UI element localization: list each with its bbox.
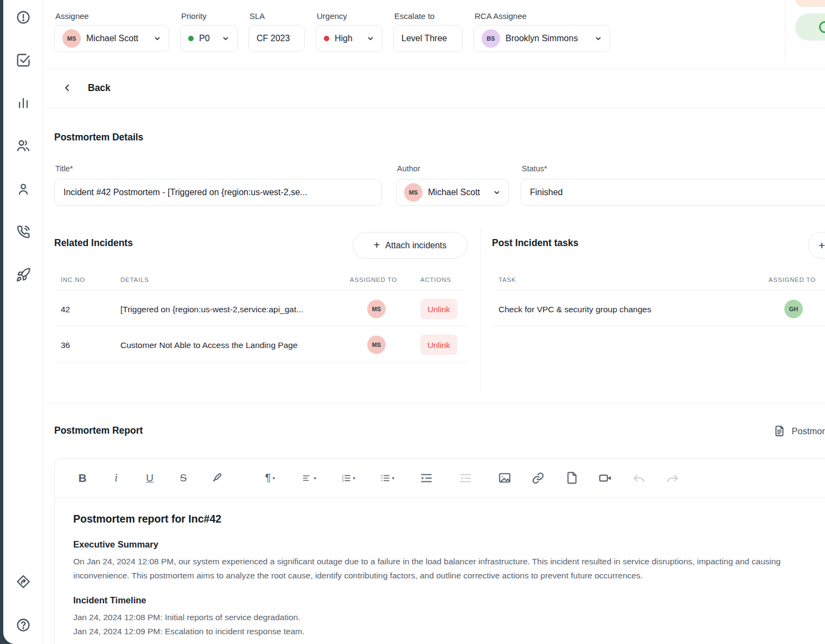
paragraph-style-dropdown[interactable]: ¶▾ [263,471,277,485]
getting-started-rocket-icon[interactable] [15,267,31,283]
back-chevron-icon[interactable] [62,82,73,95]
app-window: Assignee MS Michael Scott Priority P0 [3,0,825,644]
row-divider [492,326,825,326]
underline-icon[interactable]: U [143,471,157,485]
rca-assignee-field: RCA Assignee BS Brooklyn Simmons [474,11,610,52]
tasks-check-square-icon[interactable] [15,52,31,68]
insert-image-icon[interactable] [497,471,511,485]
timeline-entry: Jan 24, 2024 12:08 PM: Initial reports o… [73,610,811,624]
incidents-alert-circle-icon[interactable] [15,9,31,25]
incident-attributes-bar: Assignee MS Michael Scott Priority P0 [43,0,825,69]
insert-file-icon[interactable] [565,471,579,485]
unlink-button[interactable]: Unlink [420,299,457,319]
priority-field: Priority P0 [180,11,238,52]
chevron-down-icon [594,35,602,42]
title-input[interactable] [54,179,382,206]
assignee-select[interactable]: MS Michael Scott [54,25,169,52]
status-ring-icon [819,21,825,33]
editor-toolbar: B i U S ¶▾ ▾ 123▾ ▾ [55,459,825,498]
editor-content[interactable]: Postmortem report for Inc#42 Executive S… [55,498,825,639]
avatar: MS [62,29,81,48]
post-incident-tasks-heading: Post Incident tasks [492,237,579,249]
bold-icon[interactable]: B [75,471,89,485]
related-incidents-heading: Related Incidents [54,237,133,249]
col-assigned-to: ASSIGNED TO [350,276,397,283]
row-divider [54,362,468,363]
postmortem-template-link[interactable]: Postmor [773,425,825,437]
attach-incidents-button[interactable]: + Attach incidents [353,232,468,259]
timeline-entry: Jan 24, 2024 12:09 PM: Escalation to inc… [73,624,811,639]
back-row: Back [43,69,825,108]
outdent-icon[interactable] [458,471,472,485]
product-tour-signpost-icon[interactable] [15,574,31,590]
urgency-field: Urgency High [316,11,382,52]
postmortem-report-heading: Postmortem Report [54,425,143,436]
col-inc-no: INC.NO [61,276,85,283]
unlink-button[interactable]: Unlink [420,334,457,355]
align-dropdown[interactable]: ▾ [302,471,316,485]
analytics-bar-chart-icon[interactable] [15,95,31,111]
call-routing-phone-icon[interactable] [15,224,31,240]
partial-pill-green[interactable] [795,14,825,41]
caret-down-icon: ▾ [353,475,355,481]
exec-summary-heading: Executive Summary [73,539,811,550]
indent-icon[interactable] [419,471,433,485]
users-user-icon[interactable] [15,181,31,197]
teams-users-icon[interactable] [15,138,31,154]
author-value: Michael Scott [428,188,480,197]
template-label: Postmor [792,426,825,436]
col-assigned-to: ASSIGNED TO [769,276,816,283]
postmortem-details-heading: Postmortem Details [54,132,143,143]
escalate-value-box[interactable]: Level Three [393,25,463,52]
insert-video-icon[interactable] [598,471,612,485]
avatar: MS [367,300,386,318]
details-cell: [Triggered on {region:us-west-2,service:… [120,305,303,314]
caret-down-icon: ▾ [392,475,394,481]
author-select[interactable]: MS Michael Scott [396,179,509,206]
avatar: MS [404,183,423,202]
report-title: Postmortem report for Inc#42 [73,513,811,525]
rca-assignee-label: RCA Assignee [475,11,610,21]
avatar: GH [784,300,803,318]
urgency-value: High [335,34,353,43]
back-button[interactable]: Back [88,82,111,94]
add-task-button[interactable]: + [808,232,825,259]
priority-select[interactable]: P0 [180,25,238,52]
urgency-select[interactable]: High [316,25,382,52]
italic-icon[interactable]: i [109,471,123,485]
caret-down-icon: ▾ [273,475,276,481]
strikethrough-icon[interactable]: S [176,471,190,485]
priority-label: Priority [181,11,238,21]
ordered-list-dropdown[interactable]: 123▾ [341,471,355,485]
col-details: DETAILS [120,276,149,283]
bullet-list-dropdown[interactable]: ▾ [380,471,394,485]
paragraph-glyph: ¶ [265,472,271,484]
report-editor: B i U S ¶▾ ▾ 123▾ ▾ [54,458,825,644]
chevron-down-icon [222,35,229,42]
incident-timeline-heading: Incident Timeline [73,595,811,606]
sla-value-box[interactable]: CF 2023 [248,25,305,52]
col-task: TASK [498,276,516,283]
redo-icon[interactable] [666,471,680,485]
file-text-icon [773,425,785,437]
sla-label: SLA [250,11,305,21]
status-input[interactable] [521,179,825,206]
caret-down-icon: ▾ [314,475,316,481]
undo-icon[interactable] [632,471,646,485]
sidebar [3,0,43,644]
rca-assignee-select[interactable]: BS Brooklyn Simmons [474,25,610,52]
highlighter-icon[interactable] [210,471,224,485]
partial-pill-peach[interactable] [795,0,825,7]
chevron-down-icon [367,35,374,42]
panel-divider [480,228,481,393]
sla-field: SLA CF 2023 [248,11,305,52]
insert-link-icon[interactable] [531,471,545,485]
assignee-field: Assignee MS Michael Scott [54,11,169,52]
help-circle-icon[interactable] [15,617,31,633]
urgency-dot-icon [324,36,329,41]
exec-summary-body: On Jan 24, 2024 12:08 PM, our system exp… [73,555,811,582]
title-label: Title* [55,164,73,173]
section-divider [43,403,825,404]
table-divider [54,289,468,290]
attach-incidents-label: Attach incidents [385,241,446,250]
